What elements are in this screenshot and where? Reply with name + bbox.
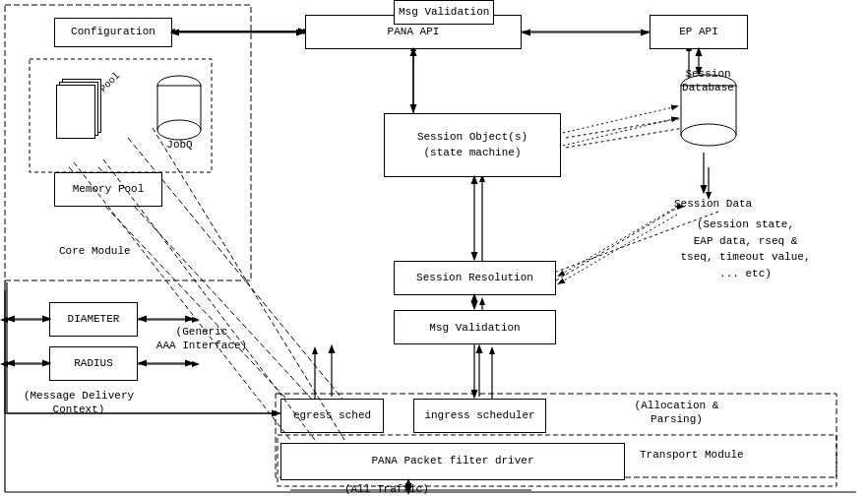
svg-line-83	[153, 128, 344, 440]
ep-api-box: EP API	[650, 15, 748, 49]
svg-marker-27	[0, 317, 8, 323]
core-module-label: Core Module	[59, 244, 131, 258]
generic-aaa-label: (Generic AAA Interface)	[153, 325, 251, 353]
svg-marker-33	[0, 361, 8, 367]
ep-api-label: EP API	[679, 25, 718, 39]
msg-validation-label: Msg Validation	[399, 5, 489, 20]
svg-line-84	[563, 106, 677, 133]
session-data-detail-label: (Session state, EAP data, rseq & tseq, t…	[650, 217, 841, 281]
svg-line-15	[566, 128, 684, 148]
memory-pool-box: Memory Pool	[54, 172, 162, 207]
session-objects-label: Session Object(s) (state machine)	[417, 130, 527, 160]
memory-pool-label: Memory Pool	[73, 182, 145, 197]
session-resolution-box: Session Resolution	[394, 261, 556, 295]
pana-packet-filter-label: PANA Packet filter driver	[371, 454, 533, 468]
configuration-label: Configuration	[71, 25, 155, 39]
svg-line-14	[566, 118, 684, 138]
thread-pool-icon	[54, 74, 108, 153]
session-resolution-label: Session Resolution	[416, 271, 533, 285]
session-objects-box: Session Object(s) (state machine)	[384, 113, 561, 177]
svg-marker-24	[479, 297, 485, 305]
egress-sched-label: egress sched	[293, 408, 371, 423]
pana-api-label: PANA API	[388, 25, 440, 39]
diameter-label: DIAMETER	[68, 312, 120, 327]
message-delivery-label: (Message Delivery Context)	[15, 389, 143, 417]
ingress-scheduler-label: ingress scheduler	[424, 408, 534, 423]
session-data-label: Session Data	[674, 197, 752, 211]
pana-packet-filter-box: PANA Packet filter driver	[280, 443, 625, 480]
ingress-scheduler-box: ingress scheduler	[413, 399, 546, 433]
configuration-box: Configuration	[54, 18, 172, 47]
all-traffic-label: (All Traffic)	[344, 482, 429, 496]
svg-point-61	[157, 120, 201, 140]
architecture-diagram: Configuration PANA API EP API Thread Poo…	[0, 0, 868, 497]
egress-sched-box: egress sched	[280, 399, 384, 433]
svg-marker-36	[192, 361, 200, 367]
svg-point-64	[681, 124, 736, 146]
session-database-label: Session Database	[671, 67, 745, 95]
svg-marker-49	[312, 346, 318, 354]
radius-label: RADIUS	[74, 356, 113, 371]
msg-validation-box: Msg Validation	[394, 0, 494, 25]
allocation-parsing-label: (Allocation & Parsing)	[620, 399, 733, 427]
transport-module-label: Transport Module	[640, 448, 744, 462]
jobq-label: JobQ	[153, 138, 207, 152]
svg-line-85	[563, 118, 677, 146]
radius-box: RADIUS	[49, 346, 138, 381]
svg-marker-30	[192, 317, 200, 323]
msg-validation-box-fixed: Msg Validation	[394, 310, 556, 344]
svg-marker-51	[489, 346, 495, 354]
diameter-box: DIAMETER	[49, 302, 138, 337]
